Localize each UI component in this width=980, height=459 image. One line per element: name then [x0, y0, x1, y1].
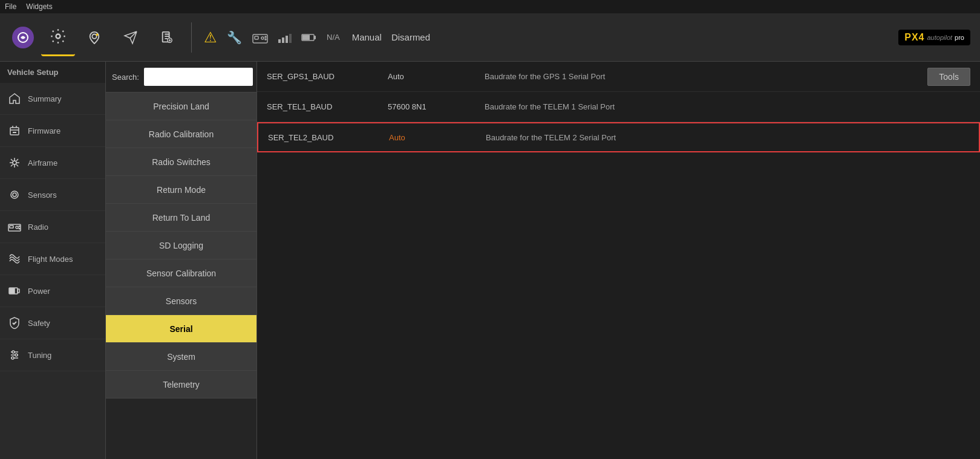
- svg-rect-14: [10, 128, 19, 135]
- document-button[interactable]: [150, 19, 184, 56]
- sidebar-title: Vehicle Setup: [0, 62, 105, 83]
- param-description: Baudrate for the TELEM 1 Serial Port: [485, 102, 970, 111]
- mode-label: Manual: [352, 32, 382, 42]
- radio-icon: [252, 31, 269, 44]
- sidebar-label-flight-modes: Flight Modes: [28, 255, 73, 264]
- sidebar-item-sensors[interactable]: Sensors: [0, 179, 105, 211]
- param-table: SER_GPS1_BAUDAutoBaudrate for the GPS 1 …: [257, 62, 980, 152]
- svg-rect-31: [18, 289, 19, 293]
- svg-point-37: [15, 354, 18, 356]
- search-label: Search:: [112, 73, 139, 82]
- nav-item-telemetry[interactable]: Telemetry: [106, 371, 256, 399]
- svg-point-15: [13, 161, 16, 164]
- brand-pro: pro: [955, 34, 964, 41]
- svg-point-27: [16, 226, 18, 229]
- svg-line-21: [16, 164, 18, 166]
- nav-item-sensors[interactable]: Sensors: [106, 287, 256, 315]
- svg-rect-26: [10, 226, 13, 228]
- send-button[interactable]: [114, 19, 148, 56]
- sidebar-item-firmware[interactable]: Firmware: [0, 115, 105, 147]
- param-value: Auto: [389, 133, 486, 142]
- menu-widgets[interactable]: Widgets: [26, 2, 52, 11]
- nav-item-return-to-land[interactable]: Return To Land: [106, 204, 256, 232]
- sidebar-item-radio[interactable]: Radio: [0, 211, 105, 243]
- nav-item-return-mode[interactable]: Return Mode: [106, 176, 256, 204]
- nav-item-precision-land[interactable]: Precision Land: [106, 93, 256, 120]
- firmware-icon: [7, 123, 22, 138]
- nav-item-radio-calibration[interactable]: Radio Calibration: [106, 120, 256, 148]
- sidebar-item-power[interactable]: Power: [0, 275, 105, 307]
- param-row[interactable]: SER_TEL1_BAUD57600 8N1Baudrate for the T…: [257, 92, 980, 122]
- toolbar: ⚠ 🔧 N/A Manual Disarmed PX4: [0, 13, 980, 62]
- param-description: Baudrate for the TELEM 2 Serial Port: [486, 133, 969, 142]
- svg-rect-12: [314, 36, 316, 39]
- param-name: SER_TEL2_BAUD: [268, 133, 389, 142]
- sensors-icon: [7, 187, 22, 202]
- summary-icon: [7, 91, 22, 106]
- svg-line-23: [16, 159, 18, 161]
- sidebar-label-power: Power: [28, 287, 50, 296]
- sidebar-item-flight-modes[interactable]: Flight Modes: [0, 243, 105, 275]
- home-button[interactable]: [7, 19, 39, 56]
- svg-point-9: [265, 36, 266, 37]
- svg-rect-7: [255, 36, 258, 39]
- location-button[interactable]: [77, 19, 111, 56]
- warning-icon: ⚠: [204, 29, 217, 46]
- menu-file[interactable]: File: [5, 2, 16, 11]
- brand-name: PX4: [904, 32, 924, 43]
- sidebar-label-sensors: Sensors: [28, 190, 57, 200]
- sidebar-label-tuning: Tuning: [28, 351, 51, 360]
- svg-point-36: [12, 351, 15, 353]
- brand-logo: PX4 autopilot pro: [898, 30, 970, 45]
- middle-panel: Search: Clear Precision LandRadio Calibr…: [106, 62, 257, 459]
- autopilot-label: autopilot: [927, 34, 953, 41]
- menu-bar: File Widgets: [0, 0, 980, 13]
- sidebar-label-safety: Safety: [28, 319, 50, 328]
- param-value: 57600 8N1: [388, 102, 485, 111]
- svg-point-29: [19, 228, 20, 229]
- power-icon: [7, 284, 22, 298]
- nav-item-radio-switches[interactable]: Radio Switches: [106, 148, 256, 176]
- nav-item-sensor-calibration[interactable]: Sensor Calibration: [106, 259, 256, 287]
- settings-button[interactable]: [41, 19, 75, 56]
- svg-point-1: [56, 34, 60, 39]
- tuning-icon: [7, 348, 22, 362]
- sidebar-item-safety[interactable]: Safety: [0, 307, 105, 339]
- param-row[interactable]: SER_TEL2_BAUDAutoBaudrate for the TELEM …: [257, 122, 980, 152]
- battery-label: N/A: [327, 33, 340, 42]
- radio-sidebar-icon: [7, 220, 22, 234]
- sidebar-label-firmware: Firmware: [28, 126, 60, 135]
- nav-list: Precision LandRadio CalibrationRadio Swi…: [106, 93, 256, 399]
- sidebar-label-airframe: Airframe: [28, 158, 57, 168]
- signal-icon: [278, 32, 292, 43]
- param-value: Auto: [388, 72, 485, 81]
- sidebar-item-tuning[interactable]: Tuning: [0, 339, 105, 371]
- sidebar-item-airframe[interactable]: Airframe: [0, 147, 105, 179]
- svg-rect-13: [302, 35, 310, 40]
- nav-item-system[interactable]: System: [106, 343, 256, 371]
- battery-icon: [301, 33, 317, 42]
- svg-point-24: [13, 193, 16, 197]
- tools-button[interactable]: Tools: [927, 68, 970, 86]
- param-name: SER_TEL1_BAUD: [267, 102, 388, 111]
- sidebar: Vehicle Setup Summary Firmware: [0, 62, 106, 459]
- param-description: Baudrate for the GPS 1 Serial Port: [485, 72, 970, 81]
- svg-point-3: [96, 33, 99, 36]
- svg-point-38: [11, 357, 14, 359]
- svg-line-22: [11, 164, 13, 166]
- flight-modes-icon: [7, 252, 22, 266]
- param-row[interactable]: SER_GPS1_BAUDAutoBaudrate for the GPS 1 …: [257, 62, 980, 92]
- svg-line-20: [11, 159, 13, 161]
- sidebar-label-radio: Radio: [28, 223, 48, 232]
- nav-item-sd-logging[interactable]: SD Logging: [106, 232, 256, 259]
- sidebar-item-summary[interactable]: Summary: [0, 83, 105, 115]
- status-label: Disarmed: [391, 32, 430, 42]
- nav-item-serial[interactable]: Serial: [106, 315, 256, 343]
- svg-point-2: [92, 34, 96, 38]
- main-layout: Vehicle Setup Summary Firmware: [0, 62, 980, 459]
- airframe-icon: [7, 155, 22, 170]
- wrench-icon: 🔧: [227, 30, 242, 45]
- search-input[interactable]: [144, 68, 253, 86]
- svg-point-10: [265, 39, 266, 40]
- svg-point-8: [261, 37, 264, 39]
